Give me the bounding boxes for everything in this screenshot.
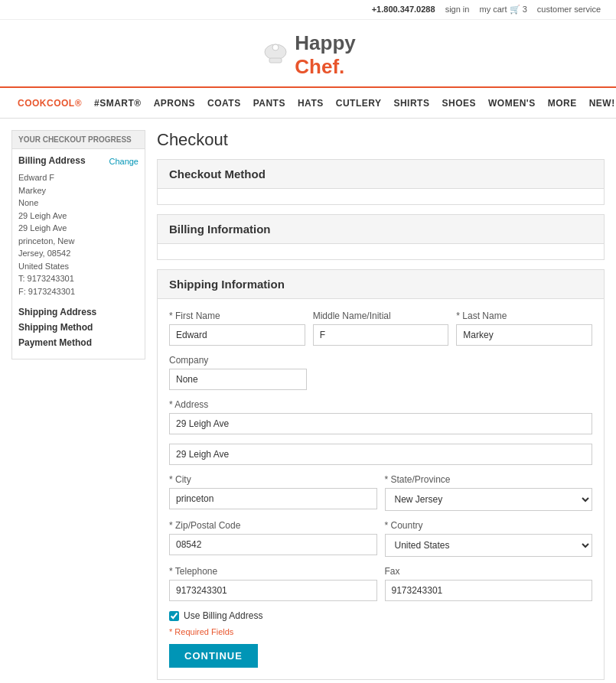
logo: Happy Chef. <box>260 31 355 79</box>
shipping-info-header: Shipping Information <box>157 269 605 299</box>
billing-info-header: Billing Information <box>157 214 605 244</box>
sidebar-billing-title: Billing Address <box>18 155 86 166</box>
nav-smart[interactable]: #SMART® <box>88 90 148 116</box>
cart-link[interactable]: my cart 🛒 3 <box>479 5 529 14</box>
nav-coats[interactable]: COATS <box>201 90 247 116</box>
required-note: * Required Fields <box>169 627 592 636</box>
nav-cutlery[interactable]: CUTLERY <box>330 90 388 116</box>
customer-service-link[interactable]: customer service <box>537 5 601 14</box>
middle-name-label: Middle Name/Initial <box>313 311 449 321</box>
zip-label: * Zip/Postal Code <box>169 520 377 531</box>
sidebar-address: Edward F Markey None 29 Leigh Ave 29 Lei… <box>18 171 139 298</box>
address-row: * Address <box>169 399 592 434</box>
zip-input[interactable] <box>169 534 377 555</box>
sidebar-shipping-address[interactable]: Shipping Address <box>18 307 139 317</box>
checkout-content: Checkout Checkout Method Billing Informa… <box>157 130 605 683</box>
signin-link[interactable]: sign in <box>445 5 470 14</box>
nav-womens[interactable]: WOMEN'S <box>482 90 542 116</box>
use-billing-label: Use Billing Address <box>184 610 262 621</box>
country-group: * Country United States Canada United Ki… <box>385 520 593 557</box>
address-group: * Address <box>169 399 592 434</box>
logo-icon <box>260 40 291 70</box>
telephone-group: * Telephone <box>169 566 377 601</box>
nav-hats[interactable]: HATS <box>292 90 330 116</box>
cart-label: my cart <box>479 5 507 14</box>
zip-country-row: * Zip/Postal Code * Country United State… <box>169 520 592 557</box>
address-line-9: T: 9173243301 <box>18 272 139 285</box>
company-row: Company <box>169 355 592 390</box>
nav-aprons[interactable]: APRONS <box>148 90 201 116</box>
nav-more[interactable]: MORE <box>542 90 583 116</box>
svg-rect-1 <box>269 58 282 63</box>
name-row: * First Name Middle Name/Initial * Last … <box>169 311 592 346</box>
nav-pants[interactable]: PANTS <box>247 90 292 116</box>
address-input-1[interactable] <box>169 413 592 434</box>
nav-shirts[interactable]: SHIRTS <box>387 90 435 116</box>
city-group: * City <box>169 474 377 511</box>
sidebar-shipping-method[interactable]: Shipping Method <box>18 322 139 333</box>
last-name-group: * Last Name <box>456 311 592 346</box>
address-input-2[interactable] <box>169 444 592 465</box>
last-name-label: * Last Name <box>456 311 592 321</box>
address-line-4: 29 Leigh Ave <box>18 210 139 223</box>
continue-button[interactable]: CONTINUE <box>169 644 258 668</box>
state-select[interactable]: New Jersey New York California <box>385 488 593 511</box>
company-label: Company <box>169 355 307 366</box>
city-label: * City <box>169 474 377 485</box>
phone-fax-row: * Telephone Fax <box>169 566 592 601</box>
telephone-input[interactable] <box>169 580 377 601</box>
city-state-row: * City * State/Province New Jersey New Y… <box>169 474 592 511</box>
nav-shoes[interactable]: SHOES <box>435 90 482 116</box>
cart-count: 3 <box>523 5 527 14</box>
city-input[interactable] <box>169 488 377 509</box>
sidebar-links: Shipping Address Shipping Method Payment… <box>18 307 139 348</box>
address2-row <box>169 444 592 465</box>
sidebar-change-link[interactable]: Change <box>109 157 139 166</box>
address-line-7: Jersey, 08542 <box>18 247 139 260</box>
fax-group: Fax <box>385 566 593 601</box>
address-line-10: F: 9173243301 <box>18 285 139 298</box>
shipping-info-body: * First Name Middle Name/Initial * Last … <box>157 299 605 680</box>
address2-group <box>169 444 592 465</box>
last-name-input[interactable] <box>456 324 592 346</box>
sidebar: YOUR CHECKOUT PROGRESS Billing Address C… <box>11 130 145 683</box>
top-bar: +1.800.347.0288 sign in my cart 🛒 3 cust… <box>0 0 616 20</box>
phone-number: +1.800.347.0288 <box>372 5 435 14</box>
middle-name-group: Middle Name/Initial <box>313 311 449 346</box>
zip-group: * Zip/Postal Code <box>169 520 377 557</box>
country-label: * Country <box>385 520 593 531</box>
nav-cookcool[interactable]: CookCool® <box>11 90 88 116</box>
middle-name-input[interactable] <box>313 324 449 346</box>
sidebar-payment-method[interactable]: Payment Method <box>18 337 139 348</box>
company-input[interactable] <box>169 369 307 390</box>
use-billing-checkbox[interactable] <box>169 611 179 621</box>
checkout-method-body <box>157 189 605 205</box>
main-nav: CookCool® #SMART® APRONS COATS PANTS HAT… <box>0 86 616 119</box>
address-line-3: None <box>18 197 139 210</box>
logo-text: Happy Chef. <box>295 31 355 79</box>
header: Happy Chef. <box>0 20 616 86</box>
address-label: * Address <box>169 399 592 410</box>
company-group: Company <box>169 355 307 390</box>
state-label: * State/Province <box>385 474 593 485</box>
svg-point-2 <box>272 44 279 50</box>
sidebar-section: Billing Address Change Edward F Markey N… <box>11 149 145 359</box>
logo-chef: Chef. <box>295 55 355 79</box>
sidebar-progress-title: YOUR CHECKOUT PROGRESS <box>11 130 145 149</box>
cart-icon: 🛒 <box>510 5 523 14</box>
main-content: YOUR CHECKOUT PROGRESS Billing Address C… <box>0 119 616 683</box>
page-title: Checkout <box>157 130 605 150</box>
address-line-5: 29 Leigh Ave <box>18 222 139 235</box>
logo-happy: Happy <box>295 31 355 55</box>
state-group: * State/Province New Jersey New York Cal… <box>385 474 593 511</box>
fax-label: Fax <box>385 566 593 577</box>
telephone-label: * Telephone <box>169 566 377 577</box>
fax-input[interactable] <box>385 580 593 601</box>
checkout-method-header: Checkout Method <box>157 159 605 189</box>
nav-new[interactable]: NEW! <box>583 90 616 116</box>
first-name-group: * First Name <box>169 311 305 346</box>
first-name-input[interactable] <box>169 324 305 346</box>
address-line-6: princeton, New <box>18 235 139 248</box>
address-line-1: Edward F <box>18 171 139 184</box>
country-select[interactable]: United States Canada United Kingdom <box>385 534 593 557</box>
